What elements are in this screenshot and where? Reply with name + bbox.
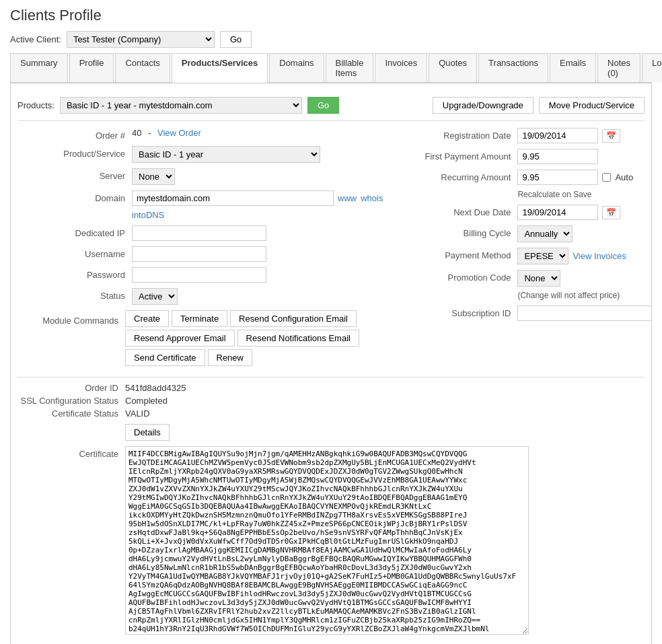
certificate-status-value: VALID <box>125 408 150 419</box>
renew-button[interactable]: Renew <box>208 349 252 366</box>
certificate-label: Certificate <box>17 446 125 459</box>
ssl-config-status-value: Completed <box>125 396 168 406</box>
username-label: Username <box>17 246 132 259</box>
upgrade-downgrade-button[interactable]: Upgrade/Downgrade <box>433 97 534 114</box>
create-button[interactable]: Create <box>125 310 169 327</box>
tab-summary[interactable]: Summary <box>10 53 68 82</box>
status-select[interactable]: Active <box>132 288 178 305</box>
move-product-service-button[interactable]: Move Product/Service <box>539 97 645 114</box>
products-go-button[interactable]: Go <box>307 97 339 114</box>
tab-domains[interactable]: Domains <box>269 53 324 82</box>
send-certificate-button[interactable]: Send Certificate <box>125 349 205 366</box>
order-number-value: 40 - View Order <box>132 128 383 138</box>
details-button[interactable]: Details <box>125 424 170 441</box>
payment-method-label: Payment Method <box>396 248 517 260</box>
subscription-id-label: Subscription ID <box>396 306 517 318</box>
view-order-link[interactable]: View Order <box>157 128 201 138</box>
domain-label: Domain <box>17 190 132 203</box>
tab-invoices[interactable]: Invoices <box>375 53 427 82</box>
certificate-textarea[interactable] <box>125 446 529 635</box>
ssl-config-status-label: SSL Configuration Status <box>17 396 125 406</box>
tab-products-services[interactable]: Products/Services <box>172 53 268 83</box>
whois-link[interactable]: whois <box>361 193 383 203</box>
first-payment-label: First Payment Amount <box>396 149 517 162</box>
resend-notifications-email-button[interactable]: Resend Notifications Email <box>237 330 359 347</box>
tab-billable-items[interactable]: Billable Items <box>326 53 374 82</box>
tab-quotes[interactable]: Quotes <box>429 53 477 82</box>
registration-date-input[interactable] <box>517 128 598 143</box>
active-client-label: Active Client: <box>10 34 61 44</box>
billing-cycle-label: Billing Cycle <box>396 225 517 238</box>
active-client-go-button[interactable]: Go <box>220 31 252 48</box>
next-due-date-input[interactable] <box>517 205 598 220</box>
tab-transactions[interactable]: Transactions <box>478 53 548 82</box>
view-invoices-link[interactable]: View Invoices <box>573 251 626 261</box>
recurring-amount-input[interactable] <box>517 170 598 185</box>
billing-cycle-select[interactable]: Annually <box>517 225 573 242</box>
tab-contacts[interactable]: Contacts <box>115 53 170 82</box>
tab-log[interactable]: Log <box>642 53 662 82</box>
product-service-label: Product/Service <box>17 146 132 159</box>
subscription-id-input[interactable] <box>517 306 652 321</box>
recalculate-label: Recalculate on Save <box>517 190 591 199</box>
module-commands-label: Module Commands <box>17 310 125 326</box>
auto-checkbox[interactable] <box>602 173 611 182</box>
terminate-button[interactable]: Terminate <box>172 310 227 327</box>
password-input[interactable] <box>132 267 266 283</box>
registration-date-label: Registration Date <box>396 128 517 141</box>
order-id-value: 541fd8add4325 <box>125 383 186 393</box>
payment-method-select[interactable]: EPESE <box>517 248 568 264</box>
order-id-label: Order ID <box>17 383 125 393</box>
order-number-label: Order # <box>17 128 132 141</box>
recurring-amount-label: Recurring Amount <box>396 170 517 182</box>
username-input[interactable] <box>132 246 266 262</box>
promotion-code-label: Promotion Code <box>396 270 517 283</box>
products-select[interactable]: Basic ID - 1 year - mytestdomain.com <box>60 97 302 114</box>
promo-note: (Change will not affect price) <box>517 291 620 300</box>
resend-approver-email-button[interactable]: Resend Approver Email <box>125 330 235 347</box>
password-label: Password <box>17 267 132 280</box>
status-label: Status <box>17 288 132 301</box>
server-label: Server <box>17 168 132 181</box>
www-link[interactable]: www <box>338 193 357 203</box>
next-due-calendar-icon[interactable]: 📅 <box>602 206 620 219</box>
active-client-select[interactable]: Test Tester (Company) <box>67 31 215 48</box>
promotion-code-select[interactable]: None <box>517 270 560 287</box>
domain-input[interactable] <box>132 190 334 206</box>
dedicated-ip-label: Dedicated IP <box>17 225 132 238</box>
product-service-select[interactable]: Basic ID - 1 year <box>132 146 320 163</box>
next-due-date-label: Next Due Date <box>396 205 517 217</box>
tab-profile[interactable]: Profile <box>69 53 114 82</box>
server-select[interactable]: None <box>132 168 175 185</box>
resend-config-email-button[interactable]: Resend Configuration Email <box>230 310 357 327</box>
first-payment-input[interactable] <box>517 149 598 164</box>
tab-emails[interactable]: Emails <box>550 53 596 82</box>
products-label: Products: <box>17 100 54 110</box>
calendar-icon[interactable]: 📅 <box>602 129 620 143</box>
page-title: Clients Profile <box>10 7 652 24</box>
intodns-link[interactable]: intoDNS <box>132 210 164 220</box>
auto-label: Auto <box>615 172 633 182</box>
tabs-bar: Summary Profile Contacts Products/Servic… <box>10 53 652 83</box>
tab-notes[interactable]: Notes (0) <box>597 53 640 82</box>
certificate-status-label: Certificate Status <box>17 408 125 419</box>
dedicated-ip-input[interactable] <box>132 225 266 241</box>
